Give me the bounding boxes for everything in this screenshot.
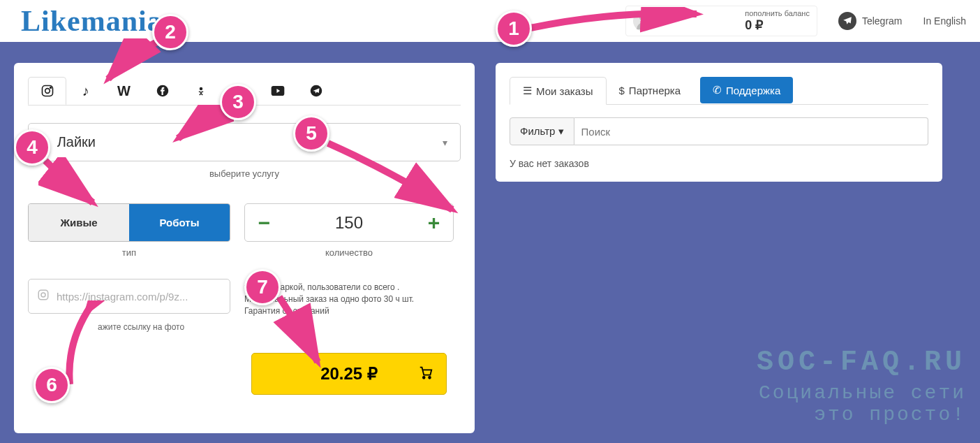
caret-down-icon: ▾ (558, 125, 564, 137)
qty-minus-button[interactable]: − (245, 211, 283, 235)
telegram-icon (838, 12, 856, 30)
telegram-link[interactable]: Telegram (838, 12, 903, 30)
svg-point-2 (50, 87, 51, 89)
type-bot-button[interactable]: Роботы (129, 204, 230, 241)
annotation-2: 2 (152, 14, 188, 50)
search-input[interactable] (574, 117, 928, 145)
telegram-label: Telegram (862, 15, 903, 27)
list-icon: ☰ (523, 85, 532, 97)
tab-instagram[interactable] (28, 77, 66, 105)
tab-partner-label: Партнерка (629, 85, 681, 96)
empty-orders-message: У вас нет заказов (510, 158, 928, 169)
type-label: тип (28, 247, 230, 258)
arrow-6 (63, 300, 105, 391)
annotation-7: 7 (244, 269, 281, 305)
annotation-1: 1 (496, 10, 532, 47)
svg-point-10 (429, 377, 431, 379)
svg-point-4 (199, 87, 202, 91)
watermark: SOC-FAQ.RU Социальные сети это просто! (757, 347, 966, 426)
language-switch[interactable]: In English (923, 15, 966, 27)
tab-ok[interactable] (181, 77, 220, 105)
url-input[interactable]: https://instagram.com/p/9z... (28, 279, 230, 314)
instagram-icon (37, 289, 50, 305)
arrow-4 (38, 157, 101, 210)
watermark-line2: Социальные сети (757, 382, 966, 404)
service-name: Лайки (57, 134, 96, 150)
svg-point-1 (45, 89, 50, 94)
tab-partner[interactable]: $ Партнерка (607, 77, 694, 104)
tab-youtube[interactable] (258, 77, 297, 105)
arrow-7 (272, 293, 328, 370)
annotation-3: 3 (220, 84, 256, 120)
cart-icon (418, 365, 433, 384)
arrow-1 (524, 7, 705, 42)
svg-point-8 (41, 293, 45, 297)
balance-value: 0 ₽ (745, 17, 810, 33)
tab-orders-label: Мои заказы (536, 85, 593, 97)
svg-rect-7 (38, 290, 48, 300)
tab-telegram[interactable] (297, 77, 335, 105)
annotation-5: 5 (293, 115, 329, 152)
dollar-icon: $ (619, 85, 625, 96)
svg-point-9 (423, 377, 425, 379)
watermark-line3: это просто! (757, 404, 966, 426)
tab-support-label: Поддержка (726, 85, 780, 96)
price-value: 20.25 ₽ (320, 364, 378, 384)
logo[interactable]: Likemania (21, 4, 163, 38)
orders-panel: ☰ Мои заказы $ Партнерка ✆ Поддержка Фил… (496, 63, 942, 182)
annotation-6: 6 (34, 367, 70, 403)
tab-tiktok[interactable]: ♪ (66, 77, 105, 105)
annotation-4: 4 (14, 129, 50, 166)
lifebuoy-icon: ✆ (713, 84, 722, 96)
tab-support[interactable]: ✆ Поддержка (700, 77, 793, 103)
tab-my-orders[interactable]: ☰ Мои заказы (510, 77, 607, 105)
arrow-5 (321, 136, 461, 220)
watermark-line1: SOC-FAQ.RU (757, 347, 966, 378)
filter-label: Фильтр (520, 125, 555, 137)
filter-button[interactable]: Фильтр ▾ (510, 117, 574, 145)
qty-label: количество (244, 247, 454, 258)
balance-label: пополнить баланс (745, 9, 810, 17)
